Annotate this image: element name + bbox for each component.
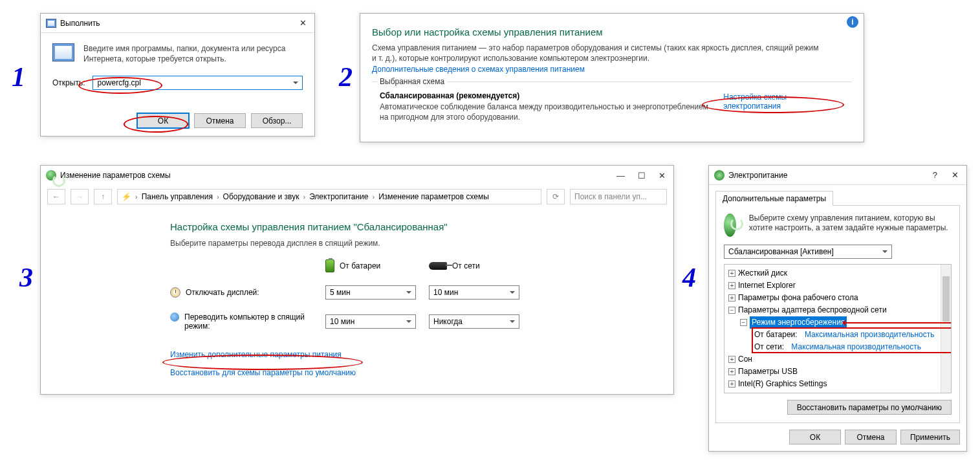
scheme-dropdown[interactable]: Сбалансированная [Активен] [724,245,892,259]
minimize-icon[interactable]: — [614,171,627,181]
step-number-4: 4 [682,262,696,293]
sleep-ac-dropdown[interactable]: Никогда [429,314,519,329]
tree-item[interactable]: PCI Express [726,390,939,393]
sleep-icon [170,312,179,322]
col-ac: От сети [452,261,480,270]
step-number-3: 3 [19,262,33,293]
scrollbar[interactable] [941,265,951,393]
adv-hint: Выберите схему управления питанием, кото… [749,214,952,233]
cancel-button[interactable]: Отмена [845,430,897,444]
info-bubble-icon[interactable]: i [847,16,858,28]
tree-item[interactable]: Параметры USB [726,366,939,378]
more-info-link[interactable]: Дополнительные сведения о схемах управле… [372,65,585,74]
ok-button[interactable]: ОК [789,430,841,444]
breadcrumb[interactable]: ⚡› Панель управления› Оборудование и зву… [117,189,541,204]
battery-icon [325,259,334,272]
clock-icon [170,287,180,298]
tree-item[interactable]: Internet Explorer [726,279,939,292]
step-number-2: 2 [339,61,353,93]
row-display-label: Отключать дисплей: [186,288,259,297]
tree-item[interactable]: Параметры адаптера беспроводной сети [726,304,939,316]
plans-desc: Схема управления питанием — это набор па… [372,43,825,63]
cancel-button[interactable]: Отмена [194,113,246,128]
row-sleep-label: Переводить компьютер в спящий режим: [184,312,314,331]
tree-leaf-battery[interactable]: От батареи: Максимальная производительно… [726,329,939,341]
plan-settings-link[interactable]: Настройка схемы электропитания [723,93,844,111]
selected-scheme-legend: Выбранная схема [377,77,447,86]
advanced-link[interactable]: Изменить дополнительные параметры питани… [170,350,342,359]
plan-desc: Автоматическое соблюдение баланса между … [380,102,710,122]
tree-item[interactable]: Сон [726,353,939,366]
plans-heading: Выбор или настройка схемы управления пит… [372,27,852,38]
tree-item[interactable]: Intel(R) Graphics Settings [726,378,939,390]
tree-container: Жесткий диск Internet Explorer Параметры… [724,264,952,393]
display-battery-dropdown[interactable]: 5 мин [325,285,416,300]
tree-leaf-ac[interactable]: От сети: Максимальная производительность [726,341,939,353]
help-icon[interactable]: ? [930,170,940,180]
run-title: Выполнить [60,19,297,28]
mode-selected: Режим энергосбережения [750,316,847,329]
tree-item[interactable]: Жесткий диск [726,267,939,279]
crumb-search[interactable]: Поиск в панели уп... [570,189,667,204]
power-icon [46,170,56,181]
sleep-battery-dropdown[interactable]: 10 мин [325,314,416,329]
browse-button[interactable]: Обзор... [251,113,303,128]
edit-subhead: Выберите параметры перевода дисплея в сп… [170,239,648,248]
ok-button[interactable]: ОК [137,113,189,128]
display-ac-dropdown[interactable]: 10 мин [429,285,519,300]
nav-fwd[interactable]: → [71,189,89,204]
advanced-power-dialog: Электропитание ? ✕ Дополнительные параме… [708,165,967,452]
tree-item[interactable]: Параметры фона рабочего стола [726,292,939,304]
step-number-1: 1 [12,61,25,93]
plan-name: Сбалансированная (рекомендуется) [380,91,710,100]
close-icon[interactable]: ✕ [297,18,309,28]
adv-title: Электропитание [728,171,930,180]
edit-title: Изменение параметров схемы [60,171,614,180]
restore-defaults-link[interactable]: Восстановить для схемы параметры по умол… [170,368,356,377]
nav-back[interactable]: ← [47,189,65,204]
tab-additional[interactable]: Дополнительные параметры [715,191,833,206]
close-icon[interactable]: ✕ [949,170,961,180]
apply-button[interactable]: Применить [900,430,960,444]
edit-heading: Настройка схемы управления питанием "Сба… [170,221,648,232]
run-large-icon [52,43,74,61]
run-hint: Введите имя программы, папки, документа … [83,43,303,64]
run-icon [46,19,56,28]
nav-refresh[interactable]: ⟳ [547,189,565,204]
open-combo[interactable]: powercfg.cpl [93,76,303,90]
power-icon [714,170,724,181]
highlight-arrow [844,322,952,323]
open-combo-value: powercfg.cpl [97,78,140,87]
plug-icon [429,262,447,270]
col-battery: От батареи [340,261,380,270]
close-icon[interactable]: ✕ [656,171,668,181]
edit-plan-window: Изменение параметров схемы — ☐ ✕ ← → ↑ ⚡… [40,165,674,395]
run-dialog: Выполнить ✕ Введите имя программы, папки… [40,13,315,137]
power-large-icon [724,214,736,237]
power-plans-panel: i Выбор или настройка схемы управления п… [360,13,864,142]
maximize-icon[interactable]: ☐ [635,171,648,181]
nav-up[interactable]: ↑ [94,189,112,204]
open-label: Открыть: [52,78,85,87]
restore-defaults-button[interactable]: Восстановить параметры по умолчанию [787,400,952,415]
